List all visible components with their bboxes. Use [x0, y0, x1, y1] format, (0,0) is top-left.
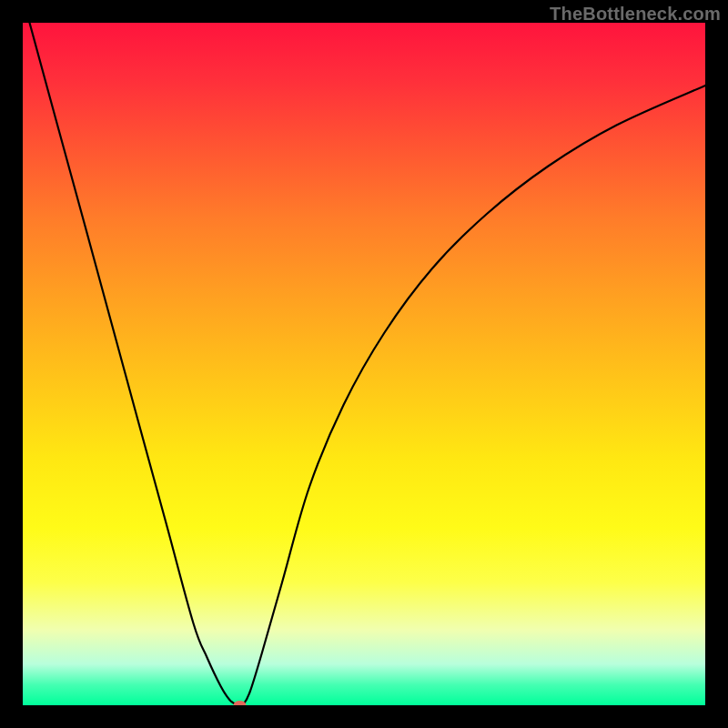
curves-group — [30, 23, 706, 705]
watermark-text: TheBottleneck.com — [550, 4, 721, 25]
chart-svg — [23, 23, 705, 705]
curve-right-branch — [240, 86, 706, 705]
marker-group — [234, 701, 247, 705]
minimum-marker-icon — [234, 701, 247, 705]
plot-area — [23, 23, 705, 705]
curve-left-branch — [30, 23, 240, 705]
chart-frame: TheBottleneck.com — [0, 0, 728, 728]
